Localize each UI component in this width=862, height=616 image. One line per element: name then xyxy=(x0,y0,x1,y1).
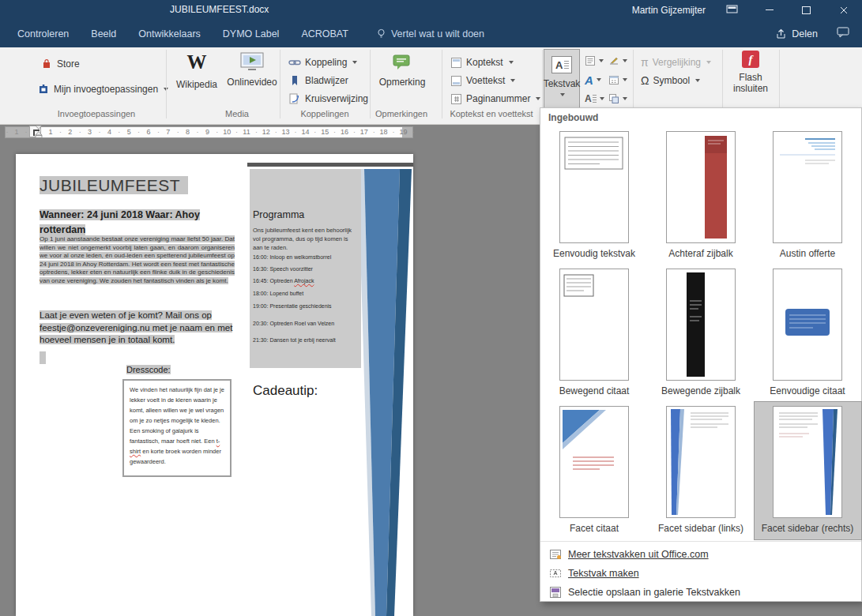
textbox-style-austin-offerte[interactable]: Austin offerte xyxy=(755,127,861,265)
dropdown-arrow-icon xyxy=(600,97,604,100)
ruler-number: 15 xyxy=(321,127,329,137)
dropdown-arrow-icon xyxy=(510,79,515,82)
onlinevideo-button[interactable]: Onlinevideo xyxy=(226,52,278,88)
store-button[interactable]: Store xyxy=(38,55,82,73)
textbox-style-label: Bewegende zijbalk xyxy=(661,385,740,396)
kruisverwijzing-button[interactable]: Kruisverwijzing xyxy=(286,90,371,107)
ruler-tick: · xyxy=(373,127,375,137)
share-icon xyxy=(775,28,787,39)
when-where-text: Wanneer: 24 juni 2018 Waar: Ahoy rotterd… xyxy=(40,208,239,238)
office-gallery-icon xyxy=(549,548,562,561)
ruler-number: 19 xyxy=(399,127,407,137)
dropdown-arrow-icon xyxy=(536,97,540,100)
indent-markers[interactable] xyxy=(35,126,43,141)
menu-more-textboxes-office[interactable]: Meer tekstvakken uit Office.com xyxy=(540,545,861,564)
group-label-opmerkingen: Opmerkingen xyxy=(375,109,427,118)
symbol-icon: Ω xyxy=(641,75,649,86)
comments-button[interactable] xyxy=(837,27,849,40)
restore-button[interactable] xyxy=(788,0,825,20)
dresscode-text-end: en korte broek worden minder gewaardeerd… xyxy=(130,448,221,465)
ruler-tick: · xyxy=(118,127,120,137)
ruler-tick: · xyxy=(314,127,316,137)
signature-line-icon xyxy=(608,55,619,66)
dresscode-textbox[interactable]: We vinden het natuurlijk fijn dat je je … xyxy=(122,379,231,477)
group-label-media: Media xyxy=(225,109,249,118)
textbox-style-bewegende-zijbalk[interactable]: Bewegende zijbalk xyxy=(648,265,755,402)
ruler-number: 2 xyxy=(68,127,72,137)
dropdown-arrow-icon xyxy=(599,59,604,62)
bladwijzer-button[interactable]: Bladwijzer xyxy=(286,72,351,89)
dropdown-arrow-icon xyxy=(623,78,627,81)
textbox-style-thumbnail xyxy=(773,131,842,243)
textbox-style-thumbnail xyxy=(773,406,842,518)
ruler-number: 5 xyxy=(127,127,131,137)
tell-me-search[interactable]: Vertel wat u wilt doen xyxy=(377,28,484,39)
textbox-style-label: Facet sidebar (links) xyxy=(658,523,743,534)
schedule-line: 18:00: Lopend buffet xyxy=(253,291,303,296)
datetime-icon xyxy=(608,74,619,85)
textbox-style-facet-citaat[interactable]: Facet citaat xyxy=(541,402,648,539)
document-page[interactable]: JUBILEUMFEEST Wanneer: 24 juni 2018 Waar… xyxy=(16,154,413,616)
footer-icon xyxy=(450,75,462,87)
koptekst-button[interactable]: Koptekst xyxy=(448,54,516,71)
textbox-style-eenvoudig-tekstvak[interactable]: Eenvoudig tekstvak xyxy=(541,127,648,265)
object-icon xyxy=(608,93,619,104)
page-number-icon xyxy=(450,93,462,105)
dropdown-arrow-icon xyxy=(509,61,514,64)
koppeling-label: Koppeling xyxy=(305,57,347,68)
textbox-style-facet-sidebar-rechts[interactable]: Facet sidebar (rechts) xyxy=(755,402,861,539)
menu-tekstvak-maken[interactable]: Tekstvak maken xyxy=(540,564,861,583)
my-addins-button[interactable]: Mijn invoegtoepassingen xyxy=(35,81,171,98)
paginanummer-button[interactable]: Paginanummer xyxy=(448,90,543,107)
group-separator xyxy=(280,50,280,118)
voettekst-button[interactable]: Voettekst xyxy=(448,72,518,89)
koptekst-label: Koptekst xyxy=(466,57,503,68)
tab-ontwikkelaars[interactable]: Ontwikkelaars xyxy=(127,28,212,39)
menu-selectie-opslaan-galerie[interactable]: Selectie opslaan in galerie Tekstvakken xyxy=(540,583,861,602)
vergelijking-label: Vergelijking xyxy=(653,57,701,68)
share-button[interactable]: Delen xyxy=(775,28,818,39)
tab-controleren[interactable]: Controleren xyxy=(6,28,80,39)
tab-acrobat[interactable]: ACROBAT xyxy=(290,28,359,39)
minimize-button[interactable] xyxy=(751,0,788,20)
vergelijking-button[interactable]: π Vergelijking xyxy=(638,54,713,71)
wikipedia-button[interactable]: W Wikipedia xyxy=(172,52,221,90)
wikipedia-label: Wikipedia xyxy=(176,79,217,90)
wordart-button[interactable]: A xyxy=(585,72,601,88)
ruler-tick: · xyxy=(393,127,395,137)
opmerking-label: Opmerking xyxy=(379,77,426,88)
tab-dymo-label[interactable]: DYMO Label xyxy=(212,28,291,39)
ruler-number: 13 xyxy=(282,127,290,137)
ruler-number: 3 xyxy=(88,127,92,137)
facet-sidebar-textbox[interactable]: Programma Ons jubileumfeest kent een beh… xyxy=(247,166,413,616)
quick-parts-button[interactable] xyxy=(585,53,604,69)
object-button[interactable] xyxy=(608,91,627,107)
horizontal-ruler[interactable]: 112345678910111213141516171819··········… xyxy=(5,126,413,138)
textbox-style-bewegend-citaat[interactable]: Bewegend citaat xyxy=(541,265,648,402)
textbox-style-facet-sidebar-links[interactable]: Facet sidebar (links) xyxy=(648,402,755,539)
dropcap-button[interactable]: A xyxy=(585,91,604,107)
wordart-icon: A xyxy=(585,74,593,86)
textbox-style-thumbnail xyxy=(773,269,842,381)
textbox-style-achteraf-zijbalk[interactable]: Achteraf zijbalk xyxy=(648,127,755,265)
voettekst-label: Voettekst xyxy=(466,75,505,86)
close-button[interactable] xyxy=(825,0,862,20)
textbox-style-eenvoudige-citaat[interactable]: Eenvoudige citaat xyxy=(755,265,861,402)
ribbon-display-options-button[interactable] xyxy=(713,0,751,20)
symbool-button[interactable]: Ω Symbool xyxy=(638,72,702,89)
signature-line-button[interactable] xyxy=(608,53,627,69)
flash-insluiten-button[interactable]: f Flash insluiten xyxy=(727,51,774,94)
minimize-icon xyxy=(766,9,774,10)
store-label: Store xyxy=(57,58,80,69)
dresscode-label: Dresscode: xyxy=(126,365,171,374)
addins-icon xyxy=(37,83,50,96)
datetime-button[interactable] xyxy=(608,72,627,88)
word-window: JUBILEUMFEEST.docx Martin Gijzemijter Co… xyxy=(0,0,862,616)
tab-beeld[interactable]: Beeld xyxy=(80,28,127,39)
schedule-line: 21:30: Dansen tot je erbij neervalt xyxy=(253,337,336,343)
opmerking-button[interactable]: Opmerking xyxy=(378,52,427,88)
programma-heading: Programma xyxy=(253,209,304,220)
koppeling-button[interactable]: Koppeling xyxy=(286,54,359,71)
group-separator xyxy=(166,50,167,118)
bookmark-icon xyxy=(288,74,301,87)
